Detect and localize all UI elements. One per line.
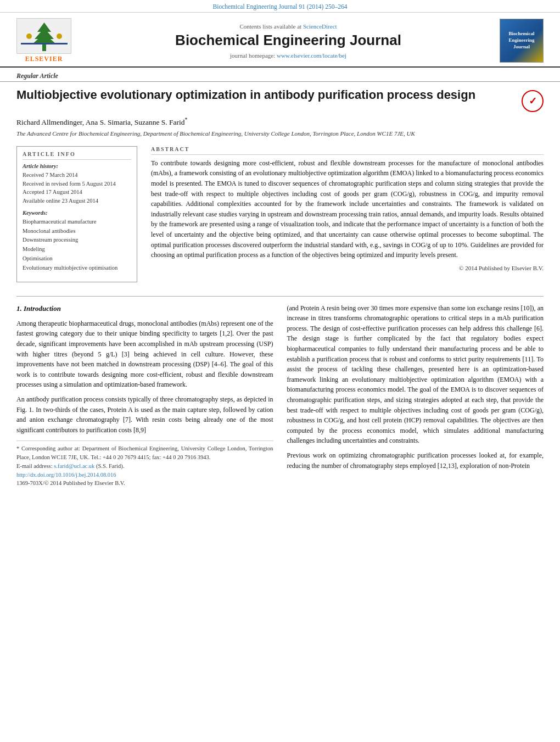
- email-suffix: (S.S. Farid).: [96, 463, 124, 469]
- article-info-box: Article Info Article history: Received 7…: [16, 146, 137, 282]
- svg-rect-6: [21, 43, 68, 44]
- keyword-item: Optimisation: [23, 254, 131, 264]
- keywords-title: Keywords:: [23, 210, 131, 216]
- keywords-list: Biopharmaceutical manufactureMonoclonal …: [23, 217, 131, 273]
- journal-title-section: Contents lists available at ScienceDirec…: [77, 23, 500, 59]
- journal-citation: Biochemical Engineering Journal 91 (2014…: [213, 3, 348, 10]
- journal-title: Biochemical Engineering Journal: [77, 32, 500, 49]
- svg-rect-0: [42, 44, 46, 51]
- elsevier-logo-image: [16, 18, 71, 54]
- keyword-item: Evolutionary multiobjective optimisation: [23, 264, 131, 273]
- contents-label: Contents lists available at: [239, 23, 301, 30]
- abstract-header: Abstract: [151, 146, 544, 155]
- elsevier-tree-svg: [18, 20, 70, 53]
- body-content: 1. Introduction Among therapeutic biopha…: [16, 303, 544, 488]
- email-line: E-mail address: s.farid@ucl.ac.uk (S.S. …: [16, 462, 273, 471]
- copyright-line: © 2014 Published by Elsevier B.V.: [151, 265, 544, 271]
- body-right-column: (and Protein A resin being over 30 times…: [287, 303, 544, 488]
- email-label: E-mail address:: [16, 463, 53, 469]
- corresponding-author-note: * Corresponding author at: Department of…: [16, 444, 273, 462]
- article-title: Multiobjective evolutionary optimization…: [16, 87, 522, 103]
- journal-citation-bar: Biochemical Engineering Journal 91 (2014…: [0, 0, 560, 13]
- accepted-date: Accepted 17 August 2014: [23, 188, 131, 197]
- keyword-item: Modeling: [23, 245, 131, 254]
- bej-logo: Biochemical Engineering Journal: [500, 19, 544, 63]
- abstract-section: Abstract To contribute towards designing…: [151, 146, 544, 288]
- doi-link[interactable]: http://dx.doi.org/10.1016/j.bej.2014.08.…: [16, 472, 116, 478]
- footnote-section: * Corresponding author at: Department of…: [16, 440, 273, 488]
- sciencedirect-link[interactable]: ScienceDirect: [303, 23, 337, 30]
- journal-header: ELSEVIER Contents lists available at Sci…: [0, 13, 560, 68]
- article-history-title: Article history:: [23, 163, 131, 169]
- article-history: Article history: Received 7 March 2014 R…: [23, 163, 131, 205]
- intro-right-p1: (and Protein A resin being over 30 times…: [287, 303, 544, 446]
- elsevier-wordmark: ELSEVIER: [25, 55, 63, 63]
- crossmark-badge[interactable]: ✓: [522, 90, 544, 112]
- keyword-item: Monoclonal antibodies: [23, 227, 131, 236]
- homepage-url[interactable]: www.elsevier.com/locate/bej: [277, 52, 346, 59]
- issn-line: 1369-703X/© 2014 Published by Elsevier B…: [16, 479, 273, 488]
- keywords-section: Keywords: Biopharmaceutical manufactureM…: [23, 210, 131, 273]
- revised-date: Received in revised form 5 August 2014: [23, 180, 131, 188]
- doi-line: http://dx.doi.org/10.1016/j.bej.2014.08.…: [16, 471, 273, 479]
- homepage-label: journal homepage:: [230, 52, 275, 59]
- authors-text: Richard Allmendinger, Ana S. Simaria, Su…: [16, 118, 185, 126]
- abstract-text: To contribute towards designing more cos…: [151, 158, 544, 260]
- body-left-column: 1. Introduction Among therapeutic biopha…: [16, 303, 273, 488]
- section-divider: [16, 296, 544, 297]
- bej-logo-text: Biochemical Engineering Journal: [508, 31, 534, 50]
- keyword-item: Downstream processing: [23, 236, 131, 245]
- email-link[interactable]: s.farid@ucl.ac.uk: [54, 463, 94, 469]
- available-online-date: Available online 23 August 2014: [23, 197, 131, 205]
- authors-line: Richard Allmendinger, Ana S. Simaria, Su…: [16, 116, 544, 127]
- article-title-section: Multiobjective evolutionary optimization…: [16, 87, 544, 112]
- intro-p1: Among therapeutic biopharmaceutical drug…: [16, 319, 273, 390]
- corresponding-author-superscript: *: [185, 116, 188, 122]
- affiliation-line: The Advanced Centre for Biochemical Engi…: [16, 130, 544, 138]
- svg-point-5: [57, 34, 62, 39]
- homepage-line: journal homepage: www.elsevier.com/locat…: [77, 52, 500, 59]
- elsevier-logo-section: ELSEVIER: [11, 18, 77, 63]
- contents-available-line: Contents lists available at ScienceDirec…: [77, 23, 500, 30]
- received-date: Received 7 March 2014: [23, 171, 131, 180]
- article-type-text: Regular Article: [16, 72, 58, 80]
- intro-right-p2: Previous work on optimizing chromatograp…: [287, 450, 544, 471]
- intro-p2: An antibody purification process consist…: [16, 394, 273, 435]
- intro-heading: 1. Introduction: [16, 303, 273, 314]
- svg-point-4: [26, 34, 32, 39]
- keyword-item: Biopharmaceutical manufacture: [23, 217, 131, 227]
- article-type-label: Regular Article: [0, 68, 560, 82]
- article-info-header: Article Info: [23, 151, 131, 160]
- article-info-column: Article Info Article history: Received 7…: [16, 146, 137, 288]
- main-content: Multiobjective evolutionary optimization…: [0, 82, 560, 496]
- info-abstract-section: Article Info Article history: Received 7…: [16, 146, 544, 288]
